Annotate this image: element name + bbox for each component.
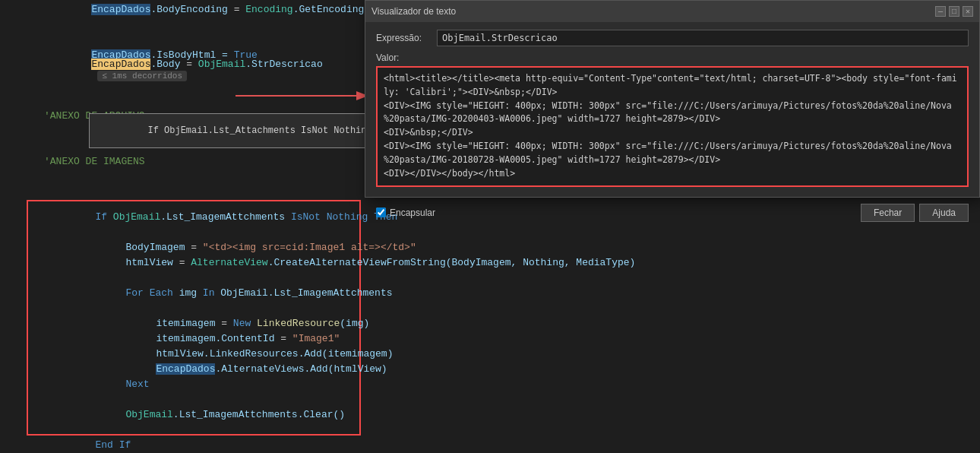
expression-label: Expressão: [376,33,437,43]
close-button[interactable]: ✕ [963,6,973,17]
ajuda-button[interactable]: Ajuda [919,204,969,222]
minimize-button[interactable]: — [935,6,946,17]
encapsular-label: Encapsular [390,207,435,218]
fechar-button[interactable]: Fechar [861,204,915,222]
visualizador-modal: Visualizador de texto — □ ✕ Expressão: V… [365,0,980,198]
ll-clear: ObjEmail.Lst_ImagemAttchments.Clear() [42,407,372,422]
ll-endif: End If [42,437,372,452]
lower-code-section: If ObjEmail.Lst_ImagemAttchments IsNot N… [42,209,372,452]
code-token: EncapDados [91,4,150,15]
modal-footer-buttons[interactable]: Fechar Ajuda [861,204,969,222]
ll-next: Next [42,376,372,391]
encapsular-checkbox[interactable] [376,207,386,217]
expression-input[interactable] [437,30,969,46]
modal-window-buttons[interactable]: — □ ✕ [935,6,973,17]
expression-row: Expressão: [376,30,969,46]
modal-body: Expressão: Valor: <html><title></title><… [365,22,979,201]
ll-htmlview: htmlView = AlternateView.CreateAlternate… [42,255,372,270]
modal-footer: Encapsular Fechar Ajuda [365,201,979,228]
modal-titlebar: Visualizador de texto — □ ✕ [365,1,979,22]
ll-foreach: For Each img In ObjEmail.Lst_ImagemAttch… [42,285,372,300]
modal-title: Visualizador de texto [371,6,456,17]
ll-if: If ObjEmail.Lst_ImagemAttchments IsNot N… [42,209,372,224]
maximize-button[interactable]: □ [949,6,959,17]
encapsular-checkbox-row[interactable]: Encapsular [376,207,435,218]
value-content-box: <html><title></title><meta http-equiv="C… [376,66,969,187]
value-label: Valor: [376,52,969,63]
